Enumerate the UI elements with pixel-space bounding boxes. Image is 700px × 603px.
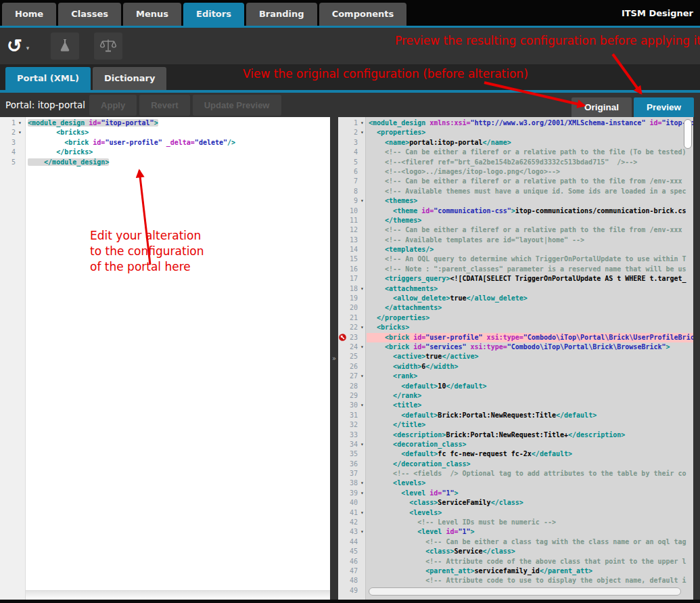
- fold-toggle-icon[interactable]: ▾: [16, 128, 24, 137]
- preview-editor[interactable]: 1▾<module_design xmlns:xsi="http://www.w…: [338, 117, 693, 600]
- fold-toggle-icon[interactable]: ▾: [358, 284, 367, 294]
- code-text: <brick id="services" xsi:type="Combodo\i…: [367, 342, 693, 352]
- fold-toggle-icon[interactable]: ▾: [358, 196, 367, 206]
- view-toggle: Original Preview: [571, 97, 694, 117]
- fold-gutter: [358, 460, 367, 469]
- compare-button[interactable]: [94, 32, 122, 60]
- test-configuration-button[interactable]: [51, 32, 79, 60]
- fold-gutter: [16, 148, 24, 157]
- code-line-34: 34▾ <decoration_class>: [338, 440, 693, 449]
- annotation-edit: Edit your alteration to the configuratio…: [90, 228, 204, 275]
- fold-gutter: [358, 225, 367, 235]
- original-button[interactable]: Original: [571, 97, 632, 117]
- update-preview-button[interactable]: Update Preview: [193, 95, 281, 116]
- line-number: 24: [347, 342, 358, 352]
- line-number: 13: [347, 236, 358, 245]
- fold-toggle-icon[interactable]: ▾: [358, 478, 367, 488]
- editor-panes: 1▾<module_design id="itop-portal">2▾ <br…: [0, 117, 700, 600]
- gutter-marker: [338, 391, 347, 401]
- code-text: <default>10</default>: [367, 382, 693, 391]
- code-line-47: 47 <parent_att>servicefamily_id</parent_…: [338, 566, 693, 576]
- gutter-marker: [338, 254, 347, 264]
- gutter-marker: [338, 460, 347, 469]
- fold-toggle-icon[interactable]: ▾: [358, 527, 367, 537]
- code-text: <class>Service</class>: [367, 547, 693, 556]
- chevron-down-icon: ▾: [26, 45, 30, 51]
- fold-toggle-icon[interactable]: ▾: [358, 323, 367, 332]
- gutter-marker: [338, 167, 347, 177]
- code-line-48: 48 <!-- Attribute code to use to display…: [338, 576, 693, 585]
- line-number: 36: [347, 460, 358, 469]
- fold-toggle-icon[interactable]: ▾: [358, 128, 367, 137]
- apply-button[interactable]: Apply: [89, 95, 137, 116]
- fold-toggle-icon[interactable]: ▾: [358, 440, 367, 449]
- line-number: 34: [347, 440, 358, 449]
- vertical-scrollbar-thumb[interactable]: [684, 119, 692, 149]
- line-number: 44: [347, 537, 358, 547]
- code-line-29: 29 </rank>: [338, 391, 693, 401]
- gutter-marker: [338, 508, 347, 518]
- fold-gutter: [358, 216, 367, 225]
- line-number: 42: [347, 518, 358, 527]
- code-line-3[interactable]: 3 <brick id="user-profile" _delta="delet…: [0, 138, 330, 148]
- code-line-9: 9▾ <themes>: [338, 196, 693, 206]
- gutter-marker: [338, 420, 347, 430]
- code-line-2[interactable]: 2▾ <bricks>: [0, 128, 330, 137]
- undo-button[interactable]: ↺ ▾: [7, 37, 29, 55]
- gutter-marker: [338, 449, 347, 459]
- tab-portal-xml[interactable]: Portal (XML): [5, 67, 91, 90]
- horizontal-scrollbar-thumb[interactable]: [369, 587, 681, 596]
- code-line-27: 27▾ <rank>: [338, 372, 693, 381]
- gutter-marker: [338, 411, 347, 420]
- fold-toggle-icon[interactable]: ▾: [358, 508, 367, 518]
- code-line-42: 42 <!-- Level IDs must be numeric -->: [338, 518, 693, 527]
- code-text: <triggers_query><![CDATA[SELECT TriggerO…: [367, 274, 693, 284]
- code-text: <!-- <fields /> Optional tag to add attr…: [367, 469, 693, 478]
- alteration-editor[interactable]: 1▾<module_design id="itop-portal">2▾ <br…: [0, 117, 330, 600]
- nav-tab-menus[interactable]: Menus: [123, 3, 181, 26]
- pane-splitter[interactable]: »: [330, 117, 338, 600]
- line-number: 43: [347, 527, 358, 537]
- gutter-marker: [338, 362, 347, 372]
- fold-toggle-icon[interactable]: ▾: [358, 342, 367, 352]
- nav-tab-components[interactable]: Components: [319, 3, 407, 26]
- code-text: <!-- Available themes must have a unique…: [367, 187, 693, 196]
- code-line-13: 13 <!-- Available templates are id="layo…: [338, 236, 693, 245]
- nav-tab-home[interactable]: Home: [2, 3, 56, 26]
- code-line-37: 37 <!-- <fields /> Optional tag to add a…: [338, 469, 693, 478]
- fold-toggle-icon[interactable]: ▾: [358, 489, 367, 498]
- line-number: 10: [347, 206, 358, 216]
- code-line-36: 36 </decoration_class>: [338, 460, 693, 469]
- nav-tab-branding[interactable]: Branding: [246, 3, 317, 26]
- fold-toggle-icon[interactable]: ▾: [358, 372, 367, 381]
- code-text: </module_design>: [24, 158, 330, 167]
- code-line-32: 32 </title>: [338, 420, 693, 430]
- gutter-marker: [338, 372, 347, 381]
- code-line-1[interactable]: 1▾<module_design id="itop-portal">: [0, 118, 330, 128]
- line-number: 35: [347, 449, 358, 459]
- gutter-marker: [338, 527, 347, 537]
- fold-toggle-icon[interactable]: ▾: [358, 118, 367, 128]
- nav-tab-editors[interactable]: Editors: [183, 3, 244, 26]
- code-text: <default>Brick:Portal:NewRequest:Title</…: [367, 411, 693, 420]
- gutter-marker: [338, 118, 347, 128]
- code-line-4[interactable]: 4 </bricks>: [0, 148, 330, 157]
- gutter-marker: [338, 303, 347, 313]
- revert-button[interactable]: Revert: [139, 95, 189, 116]
- code-line-5[interactable]: 5 </module_design>: [0, 158, 330, 167]
- gutter-marker: [338, 158, 347, 167]
- line-number: 41: [347, 508, 358, 518]
- code-text: </properties>: [367, 313, 693, 323]
- fold-toggle-icon[interactable]: ▾: [358, 401, 367, 410]
- nav-tab-classes[interactable]: Classes: [58, 3, 121, 26]
- tab-dictionary[interactable]: Dictionary: [93, 67, 166, 90]
- fold-toggle-icon[interactable]: ▾: [16, 118, 24, 128]
- code-line-30: 30▾ <title>: [338, 401, 693, 410]
- code-text: <!--<fileref ref="brt_6a2be154b2a62659d3…: [367, 158, 693, 167]
- gutter-marker: [338, 489, 347, 498]
- preview-button[interactable]: Preview: [634, 97, 694, 117]
- code-line-35: 35 <default>fc fc-new-request fc-2x</def…: [338, 449, 693, 459]
- fold-gutter: [358, 187, 367, 196]
- horizontal-scrollbar-track[interactable]: [26, 590, 330, 600]
- action-bar: Portal: itop-portal Apply Revert Update …: [0, 93, 700, 117]
